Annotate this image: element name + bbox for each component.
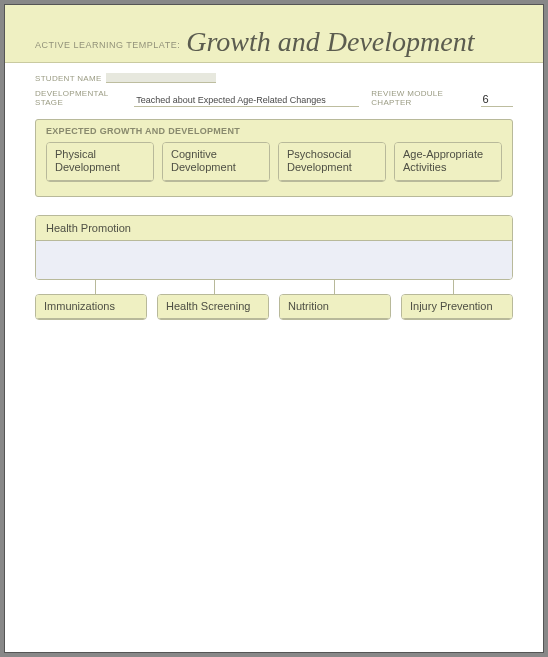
template-label: ACTIVE LEARNING TEMPLATE: <box>35 40 180 62</box>
page: ACTIVE LEARNING TEMPLATE: Growth and Dev… <box>4 4 544 653</box>
developmental-stage-field[interactable]: Teached about Expected Age-Related Chang… <box>134 95 359 107</box>
age-appropriate-activities-card: Age-Appropriate Activities <box>394 142 502 182</box>
injury-prevention-heading: Injury Prevention <box>402 295 512 319</box>
nutrition-card: Nutrition <box>279 294 391 320</box>
psychosocial-development-card: Psychosocial Development <box>278 142 386 182</box>
review-chapter-field[interactable]: 6 <box>481 93 513 107</box>
physical-development-card: Physical Development <box>46 142 154 182</box>
health-promotion-card: Health Promotion <box>35 215 513 280</box>
health-screening-card: Health Screening <box>157 294 269 320</box>
health-promotion-area: Health Promotion Immunizations Health Sc… <box>35 215 513 320</box>
expected-growth-grid: Physical Development Cognitive Developme… <box>36 142 512 182</box>
connectors <box>35 280 513 294</box>
immunizations-card: Immunizations <box>35 294 147 320</box>
student-name-label: STUDENT NAME <box>35 74 102 83</box>
physical-development-heading: Physical Development <box>47 143 153 181</box>
stage-chapter-row: DEVELOPMENTAL STAGE Teached about Expect… <box>35 89 513 107</box>
student-row: STUDENT NAME <box>35 73 513 83</box>
health-promotion-body[interactable] <box>36 241 512 279</box>
age-appropriate-activities-heading: Age-Appropriate Activities <box>395 143 501 181</box>
cognitive-development-heading: Cognitive Development <box>163 143 269 181</box>
expected-growth-section: EXPECTED GROWTH AND DEVELOPMENT Physical… <box>35 119 513 197</box>
student-name-field[interactable] <box>106 73 216 83</box>
meta-block: STUDENT NAME DEVELOPMENTAL STAGE Teached… <box>5 63 543 107</box>
header-band: ACTIVE LEARNING TEMPLATE: Growth and Dev… <box>5 5 543 63</box>
nutrition-heading: Nutrition <box>280 295 390 319</box>
health-screening-heading: Health Screening <box>158 295 268 319</box>
review-chapter-label: REVIEW MODULE CHAPTER <box>371 89 476 107</box>
cognitive-development-card: Cognitive Development <box>162 142 270 182</box>
injury-prevention-card: Injury Prevention <box>401 294 513 320</box>
developmental-stage-label: DEVELOPMENTAL STAGE <box>35 89 130 107</box>
health-promotion-subgrid: Immunizations Health Screening Nutrition… <box>35 294 513 320</box>
psychosocial-development-heading: Psychosocial Development <box>279 143 385 181</box>
health-promotion-heading: Health Promotion <box>36 216 512 241</box>
immunizations-heading: Immunizations <box>36 295 146 319</box>
expected-growth-title: EXPECTED GROWTH AND DEVELOPMENT <box>36 120 512 142</box>
template-title: Growth and Development <box>186 26 474 62</box>
